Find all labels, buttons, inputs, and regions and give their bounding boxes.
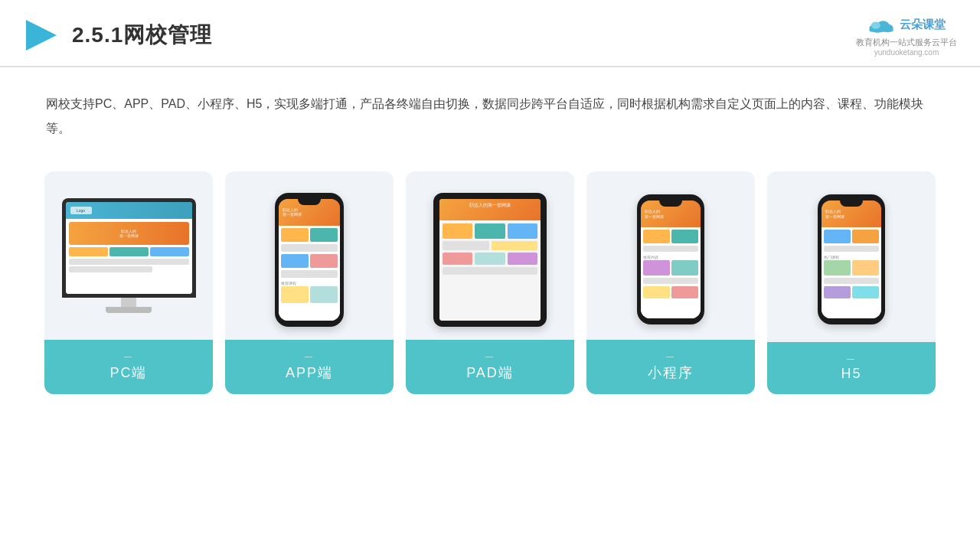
description-text: 网校支持PC、APP、PAD、小程序、H5，实现多端打通，产品各终端自由切换，数… — [0, 67, 980, 148]
svg-point-5 — [871, 21, 880, 29]
logo-name: 云朵课堂 — [900, 18, 946, 32]
card-label-pad: PAD端 — [406, 340, 574, 394]
card-h5: 职达人的第一堂网课 热门课程 — [767, 171, 936, 394]
card-label-miniapp: 小程序 — [586, 340, 755, 394]
ipad-screen: 职达人的第一堂网课 — [439, 199, 541, 321]
card-label-app: APP端 — [225, 340, 394, 394]
card-app: 职达人的第一堂网课 — [225, 171, 394, 394]
phone-notch-mini — [659, 201, 682, 207]
pc-mockup: Logo 职达人的第一堂网课 — [60, 198, 198, 321]
app-image-area: 职达人的第一堂网课 — [225, 171, 394, 340]
cloud-icon — [867, 14, 895, 35]
miniapp-image-area: 职达人的第一堂网课 推荐内容 — [586, 171, 755, 340]
miniapp-phone-mockup: 职达人的第一堂网课 推荐内容 — [637, 194, 704, 324]
description-paragraph: 网校支持PC、APP、PAD、小程序、H5，实现多端打通，产品各终端自由切换，数… — [46, 92, 934, 141]
logo-cloud: 云朵课堂 — [867, 14, 946, 35]
page-title: 2.5.1网校管理 — [72, 21, 212, 50]
header: 2.5.1网校管理 云朵课堂 教育机构一站式服务云平台 yunduoketang… — [0, 0, 980, 67]
pad-image-area: 职达人的第一堂网课 — [406, 171, 574, 340]
cards-container: Logo 职达人的第一堂网课 — [0, 156, 980, 409]
logo-url: yunduoketang.com — [874, 48, 939, 57]
card-label-pc: PC端 — [44, 340, 213, 394]
h5-phone-mockup: 职达人的第一堂网课 热门课程 — [818, 194, 885, 324]
app-phone-mockup: 职达人的第一堂网课 — [275, 193, 344, 327]
phone-notch — [298, 199, 321, 205]
card-label-h5: H5 — [767, 342, 936, 394]
card-miniapp: 职达人的第一堂网课 推荐内容 — [586, 171, 755, 394]
play-icon — [23, 17, 60, 54]
card-pad: 职达人的第一堂网课 — [406, 171, 574, 394]
svg-marker-0 — [26, 20, 57, 51]
phone-screen: 职达人的第一堂网课 — [279, 199, 340, 321]
ipad-mockup: 职达人的第一堂网课 — [433, 193, 547, 327]
logo-area: 云朵课堂 教育机构一站式服务云平台 yunduoketang.com — [856, 14, 957, 57]
header-left: 2.5.1网校管理 — [23, 17, 212, 54]
phone-notch-h5 — [840, 201, 863, 207]
card-pc: Logo 职达人的第一堂网课 — [44, 171, 213, 394]
svg-rect-4 — [869, 28, 893, 32]
h5-image-area: 职达人的第一堂网课 热门课程 — [767, 171, 936, 340]
logo-tagline: 教育机构一站式服务云平台 — [856, 37, 957, 48]
pc-image-area: Logo 职达人的第一堂网课 — [44, 171, 213, 340]
